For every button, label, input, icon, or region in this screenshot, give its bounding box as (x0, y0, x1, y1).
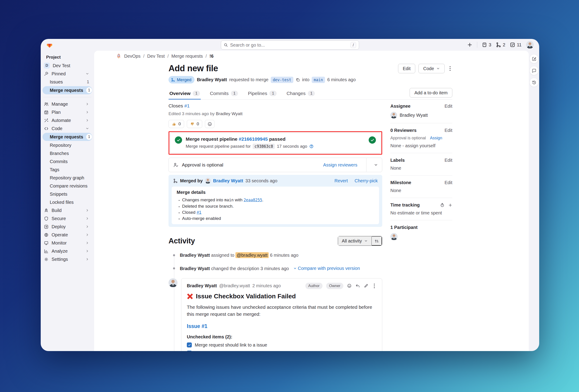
activity-sort-button[interactable] (372, 236, 382, 246)
issues-counter[interactable]: 3 (482, 42, 491, 48)
sidebar-item-build[interactable]: Build (41, 206, 94, 214)
sidebar-item-locked-files[interactable]: Locked files (41, 198, 94, 206)
sidebar-item-issues[interactable]: Issues 1 (41, 78, 94, 86)
pipeline-id-link[interactable]: #2166109945 (239, 136, 268, 142)
pipeline-commit-link[interactable]: c93863c8 (253, 144, 275, 149)
reviewers-none-text[interactable]: None - assign yourself (390, 143, 452, 148)
sidebar-item-project[interactable]: D Dev Test (41, 62, 94, 70)
merge-requests-counter[interactable]: 2 (496, 42, 505, 48)
checkbox-checked[interactable] (187, 342, 192, 347)
merge-details: Merge details Changes merged into main w… (172, 187, 379, 224)
assign-reviewers-link[interactable]: Assign reviewers (323, 162, 357, 168)
closed-issue-link[interactable]: #1 (197, 210, 201, 215)
rail-edit-button[interactable] (529, 54, 539, 63)
stopwatch-icon[interactable] (440, 203, 445, 207)
sidebar-item-settings[interactable]: Settings (41, 255, 94, 263)
comment-kebab-icon[interactable] (372, 282, 377, 290)
activity-filter-dropdown[interactable]: All activity (338, 236, 372, 246)
tab-pipelines[interactable]: Pipelines1 (247, 88, 278, 99)
thumbs-up-button[interactable]: 0 (168, 120, 184, 128)
expand-approval-button[interactable] (370, 158, 382, 172)
mr-author[interactable]: Bradley Wyatt (197, 77, 227, 82)
issue-link[interactable]: Issue #1 (187, 323, 377, 329)
sidebar-item-merge-requests-code[interactable]: Merge requests 1 (43, 133, 92, 141)
sidebar-item-branches[interactable]: Branches (41, 149, 94, 157)
edit-button[interactable]: Edit (398, 64, 415, 73)
sidebar-item-commits[interactable]: Commits (41, 157, 94, 165)
comment-time[interactable]: 2 minutes ago (252, 283, 281, 288)
revert-button[interactable]: Revert (335, 178, 348, 183)
shield-icon (44, 216, 49, 221)
reply-icon[interactable] (355, 283, 360, 288)
sidebar-item-operate[interactable]: Operate (41, 231, 94, 239)
unchecked-items-label: Unchecked items (2): (187, 334, 377, 339)
sidebar-item-repository[interactable]: Repository (41, 141, 94, 149)
assignee-name[interactable]: Bradley Wyatt (400, 113, 428, 118)
comment-avatar[interactable] (168, 278, 178, 287)
tab-changes[interactable]: Changes1 (286, 88, 316, 99)
sidebar-item-tags[interactable]: Tags (41, 165, 94, 174)
author-badge: Author (305, 283, 323, 289)
right-rail (529, 51, 539, 351)
sidebar-item-plan[interactable]: Plan (41, 108, 94, 116)
participants-block: 1 Participant (390, 225, 452, 245)
merged-by-avatar[interactable] (205, 178, 211, 184)
merge-detail-item: Auto-merge enabled (182, 215, 374, 222)
rail-comment-button[interactable] (529, 66, 539, 75)
sidebar-item-repository-graph[interactable]: Repository graph (41, 174, 94, 182)
question-icon[interactable] (309, 144, 314, 149)
assignee-edit-button[interactable]: Edit (445, 104, 452, 109)
rail-history-button[interactable] (529, 78, 539, 87)
user-mention[interactable]: @bradley.wyatt (235, 252, 269, 258)
merged-by-user-link[interactable]: Bradley Wyatt (213, 178, 243, 183)
reviewers-edit-button[interactable]: Edit (445, 128, 452, 133)
breadcrumb-devops[interactable]: DevOps (124, 54, 141, 59)
gitlab-logo-icon[interactable] (46, 41, 53, 48)
sidebar-item-snippets[interactable]: Snippets (41, 190, 94, 198)
chevron-right-icon (85, 225, 89, 229)
todos-counter[interactable]: 11 (510, 42, 521, 48)
comment-author[interactable]: Bradley Wyatt (187, 283, 217, 288)
copy-icon[interactable] (296, 78, 300, 82)
smiley-icon[interactable] (347, 283, 352, 288)
pencil-icon[interactable] (364, 283, 368, 288)
sidebar-item-deploy[interactable]: Deploy (41, 223, 94, 231)
plus-icon[interactable] (448, 203, 452, 207)
sidebar-item-automate[interactable]: Automate (41, 116, 94, 124)
sidebar-item-monitor[interactable]: Monitor (41, 239, 94, 247)
closes-issue-link[interactable]: #1 (184, 103, 190, 108)
pipeline-mini-graph-icon[interactable] (369, 136, 376, 144)
target-branch-ref[interactable]: main (312, 77, 325, 83)
plus-icon[interactable] (467, 42, 472, 48)
labels-edit-button[interactable]: Edit (445, 158, 452, 163)
sidebar-item-compare-revisions[interactable]: Compare revisions (41, 182, 94, 190)
sidebar-item-manage[interactable]: Manage (41, 100, 94, 108)
assign-link[interactable]: Assign (430, 136, 442, 141)
source-branch-ref[interactable]: dev-test (271, 77, 293, 83)
sidebar-item-merge-requests-pinned[interactable]: Merge requests 1 (43, 86, 92, 94)
milestone-edit-button[interactable]: Edit (445, 180, 452, 185)
user-avatar[interactable] (526, 41, 534, 49)
tab-overview[interactable]: Overview1 (168, 88, 201, 99)
add-reaction-button[interactable] (205, 120, 215, 128)
merge-commit-link[interactable]: 2eaa8255 (244, 198, 262, 202)
more-actions-kebab-icon[interactable] (448, 65, 452, 73)
code-button[interactable]: Code (418, 64, 445, 73)
cherry-pick-button[interactable]: Cherry-pick (355, 178, 378, 183)
sidebar-item-analyze[interactable]: Analyze (41, 247, 94, 255)
add-todo-button[interactable]: Add a to-do item (410, 88, 452, 97)
sidebar-item-pinned[interactable]: Pinned (41, 70, 94, 78)
compare-previous-version-link[interactable]: Compare with previous version (293, 265, 360, 272)
breadcrumb-merge-requests[interactable]: Merge requests (171, 54, 203, 59)
search-icon (224, 43, 228, 47)
checkbox-checked[interactable] (187, 351, 192, 351)
sidebar-item-code[interactable]: Code (41, 124, 94, 133)
search-input[interactable]: Search or go to... / (221, 40, 359, 50)
pipeline-success-icon[interactable] (175, 136, 182, 144)
sidebar-item-secure[interactable]: Secure (41, 214, 94, 223)
breadcrumb-dev-test[interactable]: Dev Test (147, 54, 165, 59)
assignee-avatar[interactable] (390, 112, 397, 119)
participant-avatar[interactable] (390, 233, 398, 240)
tab-commits[interactable]: Commits1 (209, 88, 239, 99)
thumbs-down-button[interactable]: 0 (187, 120, 202, 128)
